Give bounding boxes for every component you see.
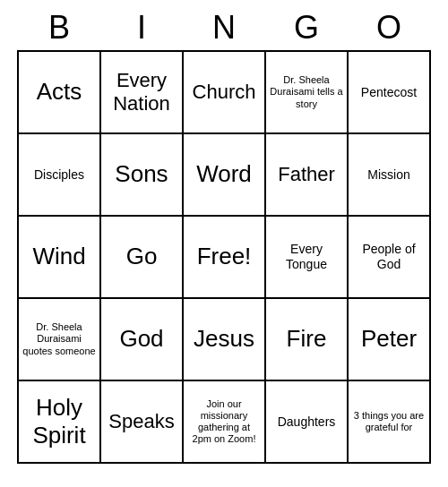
bingo-cell-22: Join our missionary gathering at 2pm on … [184, 381, 266, 464]
bingo-cell-12: Free! [184, 217, 266, 299]
bingo-cell-17: Jesus [184, 299, 266, 381]
bingo-cell-20: Holy Spirit [19, 381, 101, 464]
bingo-cell-5: Disciples [19, 134, 101, 217]
bingo-cell-11: Go [101, 217, 184, 299]
bingo-letter-o: O [348, 9, 430, 47]
bingo-letter-n: N [183, 9, 265, 47]
bingo-cell-6: Sons [101, 134, 184, 217]
bingo-cell-15: Dr. Sheela Duraisami quotes someone [19, 299, 101, 381]
bingo-cell-3: Dr. Sheela Duraisami tells a story [266, 52, 349, 134]
bingo-cell-1: Every Nation [101, 52, 184, 134]
bingo-grid: ActsEvery NationChurchDr. Sheela Duraisa… [17, 50, 431, 464]
bingo-cell-24: 3 things you are grateful for [349, 381, 431, 464]
bingo-title: BINGO [18, 9, 430, 47]
bingo-cell-14: People of God [349, 217, 431, 299]
bingo-cell-8: Father [266, 134, 349, 217]
bingo-cell-10: Wind [19, 217, 101, 299]
bingo-cell-9: Mission [349, 134, 431, 217]
bingo-cell-0: Acts [19, 52, 101, 134]
bingo-cell-2: Church [184, 52, 266, 134]
bingo-cell-4: Pentecost [349, 52, 431, 134]
bingo-cell-16: God [101, 299, 184, 381]
bingo-letter-b: B [18, 9, 100, 47]
bingo-cell-13: Every Tongue [266, 217, 349, 299]
bingo-cell-7: Word [184, 134, 266, 217]
bingo-letter-g: G [265, 9, 348, 47]
bingo-cell-21: Speaks [101, 381, 184, 464]
bingo-cell-19: Peter [349, 299, 431, 381]
bingo-cell-18: Fire [266, 299, 349, 381]
bingo-cell-23: Daughters [266, 381, 349, 464]
bingo-letter-i: I [100, 9, 183, 47]
